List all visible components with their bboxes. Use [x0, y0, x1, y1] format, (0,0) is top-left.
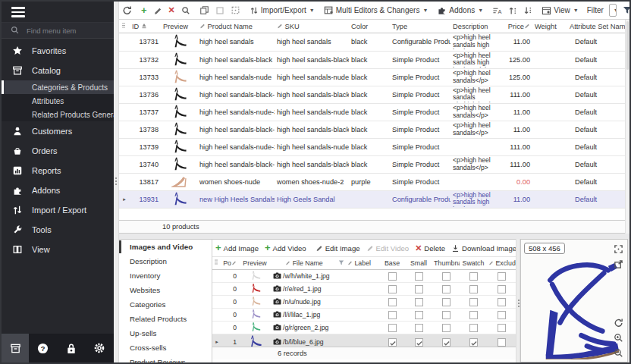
- add-image-button[interactable]: +Add Image: [212, 244, 262, 253]
- refresh-button[interactable]: [119, 2, 135, 19]
- help-icon[interactable]: ?: [29, 343, 57, 354]
- image-flag-checkbox[interactable]: [442, 324, 450, 332]
- image-flag-checkbox[interactable]: [498, 324, 506, 332]
- col-header-product-name[interactable]: Product Name: [197, 20, 275, 33]
- grid-scrollbar[interactable]: [625, 20, 629, 234]
- col-header-label[interactable]: Label: [346, 257, 379, 269]
- tab-images-and-video[interactable]: Images and Video: [119, 240, 212, 254]
- paste-special-button[interactable]: [228, 2, 243, 19]
- image-flag-checkbox[interactable]: [469, 272, 478, 281]
- sidebar-item-favorites[interactable]: Favorites: [2, 41, 114, 61]
- tab-up-sells[interactable]: Up-sells: [119, 326, 212, 340]
- sidebar-item-categories-products[interactable]: Categories & Products: [2, 80, 114, 94]
- col-header-small[interactable]: Small: [405, 257, 432, 269]
- image-row[interactable]: 0/g/r/green_2.jpg: [212, 322, 516, 334]
- sidebar-item-addons[interactable]: Addons: [2, 180, 114, 200]
- sidebar-item-related-products-generator[interactable]: Related Products Generator: [2, 108, 114, 121]
- hamburger-menu-icon[interactable]: [11, 7, 25, 17]
- addons-menu[interactable]: Addons▼: [434, 2, 486, 19]
- tab-inventory[interactable]: Inventory: [119, 268, 212, 283]
- zoom-out-icon[interactable]: [612, 347, 624, 359]
- sidebar-item-tools[interactable]: Tools: [2, 220, 114, 240]
- product-row[interactable]: 13817women shoes-nudewomen shoes-nude-2p…: [119, 173, 625, 190]
- image-flag-checkbox[interactable]: [442, 311, 450, 319]
- edit-image-button[interactable]: Edit Image: [312, 244, 363, 253]
- col-header-type[interactable]: Type: [390, 20, 450, 33]
- image-flag-checkbox[interactable]: [442, 272, 450, 281]
- search-input[interactable]: [25, 26, 101, 36]
- image-flag-checkbox[interactable]: [469, 298, 478, 306]
- sort-desc-button[interactable]: [520, 2, 535, 19]
- image-row[interactable]: 0/r/e/red_1.jpg: [212, 283, 516, 296]
- image-flag-checkbox[interactable]: [415, 338, 423, 347]
- delete-image-button[interactable]: ✕Delete: [412, 243, 448, 253]
- col-header-color[interactable]: Color: [349, 20, 390, 33]
- image-flag-checkbox[interactable]: [469, 311, 478, 319]
- sidebar-item-import-export[interactable]: Import / Export: [2, 200, 114, 220]
- store-icon[interactable]: [2, 334, 29, 362]
- sort-text-button[interactable]: A: [489, 2, 505, 19]
- download-image-button[interactable]: Download Image: [448, 244, 520, 253]
- image-flag-checkbox[interactable]: [442, 298, 450, 306]
- edit-video-button[interactable]: Edit Video: [363, 244, 413, 253]
- col-header-base[interactable]: Base: [379, 257, 405, 269]
- col-header-preview[interactable]: Preview: [161, 20, 197, 33]
- filters-menu[interactable]: Filters▼: [620, 2, 631, 19]
- product-row[interactable]: ▸13931new High Heels SandalsHigh Geels S…: [119, 190, 625, 208]
- filter-category-select[interactable]: Show products from selected categories ▼: [609, 4, 617, 17]
- col-header-thumbnail[interactable]: Thumbna: [432, 257, 460, 269]
- sort-asc-button[interactable]: [505, 2, 520, 19]
- image-flag-checkbox[interactable]: [469, 285, 478, 293]
- sidebar-item-catalog[interactable]: Catalog: [2, 61, 114, 80]
- image-flag-checkbox[interactable]: [415, 311, 423, 319]
- image-flag-checkbox[interactable]: [388, 338, 397, 347]
- sidebar-search[interactable]: [2, 23, 114, 39]
- product-row[interactable]: 13739high heel sandals-nude-37high heel …: [119, 138, 625, 155]
- delete-product-button[interactable]: ✕: [165, 2, 178, 19]
- image-flag-checkbox[interactable]: [388, 272, 397, 281]
- sidebar-item-view[interactable]: View: [2, 240, 114, 259]
- tab-categories[interactable]: Categories: [119, 297, 212, 312]
- fit-screen-icon[interactable]: [612, 243, 624, 255]
- add-video-button[interactable]: +Add Video: [262, 244, 309, 253]
- zoom-in-icon[interactable]: [612, 331, 624, 344]
- col-header-sku[interactable]: SKU: [275, 20, 349, 33]
- select-cell-button[interactable]: [212, 2, 228, 19]
- image-row[interactable]: 0/w/h/white_1.jpg: [212, 270, 516, 283]
- panel-splitter[interactable]: [114, 2, 119, 362]
- col-header-weight[interactable]: Weight: [532, 20, 567, 33]
- image-flag-checkbox[interactable]: [469, 324, 478, 332]
- product-row[interactable]: 13740high heel sandals-black-38high heel…: [119, 155, 625, 173]
- sidebar-item-customers[interactable]: Customers: [2, 121, 114, 141]
- sidebar-item-attributes[interactable]: Attributes: [2, 94, 114, 108]
- col-header-id[interactable]: ID: [130, 20, 161, 33]
- image-flag-checkbox[interactable]: [498, 298, 506, 306]
- tab-related-products[interactable]: Related Products: [119, 312, 212, 326]
- product-row[interactable]: 13737high heel sandals-nude-36high heel …: [119, 103, 625, 121]
- image-flag-checkbox[interactable]: [442, 285, 450, 293]
- col-header-exclude[interactable]: Exclude: [487, 257, 516, 269]
- image-flag-checkbox[interactable]: [388, 311, 397, 319]
- image-flag-checkbox[interactable]: [388, 285, 397, 293]
- col-header-description[interactable]: Description: [450, 20, 501, 33]
- col-header-preview[interactable]: Preview: [238, 257, 272, 269]
- multi-editors-menu[interactable]: Multi Editors & Changers▼: [321, 2, 432, 19]
- image-flag-checkbox[interactable]: [415, 272, 423, 281]
- product-row[interactable]: 13736high heel sandals-black-36high heel…: [119, 86, 625, 103]
- tab-cross-sells[interactable]: Cross-sells: [119, 340, 212, 355]
- copy-button[interactable]: [196, 2, 212, 19]
- col-header-attribute-set[interactable]: Attribute Set Name: [567, 20, 625, 33]
- gear-icon[interactable]: [86, 342, 114, 354]
- image-flag-checkbox[interactable]: [388, 298, 397, 306]
- col-header-swatch[interactable]: Swatch: [460, 257, 487, 269]
- image-row[interactable]: 0/n/u/nude.jpg: [212, 296, 516, 309]
- add-product-button[interactable]: +: [138, 2, 150, 19]
- rotate-icon[interactable]: [612, 316, 624, 328]
- product-row[interactable]: 13731high heel sandalshigh heel sandalsb…: [119, 33, 625, 51]
- view-menu[interactable]: View▼: [538, 2, 581, 19]
- col-header-price[interactable]: Price: [501, 20, 532, 33]
- edit-product-button[interactable]: [150, 2, 165, 19]
- sidebar-item-orders[interactable]: Orders: [2, 141, 114, 161]
- image-flag-checkbox[interactable]: [415, 285, 423, 293]
- tab-product-reviews[interactable]: Product Reviews: [119, 355, 212, 364]
